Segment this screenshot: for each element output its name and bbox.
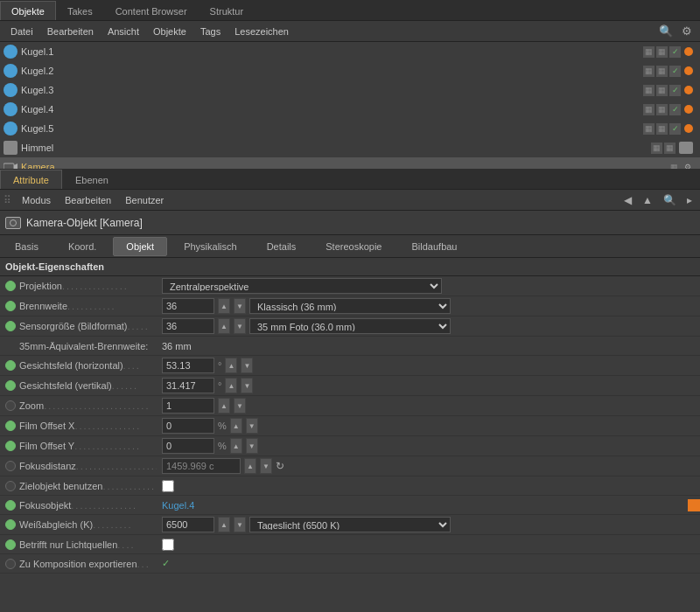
attr-menu-benutzer[interactable]: Benutzer bbox=[118, 193, 171, 207]
menu-objekte[interactable]: Objekte bbox=[146, 24, 193, 38]
spin-up[interactable]: ▲ bbox=[244, 458, 256, 474]
sensor-select[interactable]: 35 mm Foto (36.0 mm) bbox=[249, 318, 451, 334]
menu-lesezeichen[interactable]: Lesezeichen bbox=[228, 24, 296, 38]
attr-menu-modus[interactable]: Modus bbox=[15, 193, 58, 207]
tab-physikalisch[interactable]: Physikalisch bbox=[171, 237, 250, 256]
search-icon[interactable]: 🔍 bbox=[654, 23, 677, 39]
spin-down[interactable]: ▼ bbox=[246, 418, 258, 434]
tab-objekt[interactable]: Objekt bbox=[113, 237, 167, 256]
ind-dot bbox=[684, 47, 693, 56]
refresh-icon[interactable]: ↻ bbox=[276, 460, 284, 472]
list-item[interactable]: Himmel ▦ ▦ bbox=[0, 138, 700, 157]
indicators: ▦ ▦ ✓ bbox=[643, 46, 693, 58]
ind-render: ▦ bbox=[656, 123, 668, 135]
gf-h-input[interactable] bbox=[162, 358, 214, 373]
zoom-input[interactable] bbox=[162, 398, 214, 414]
search-attr-icon[interactable]: 🔍 bbox=[659, 192, 681, 208]
spin-down[interactable]: ▼ bbox=[234, 398, 246, 414]
spin-up[interactable]: ▲ bbox=[230, 438, 242, 454]
top-tab-bar: Objekte Takes Content Browser Struktur bbox=[0, 0, 700, 21]
spin-up[interactable]: ▲ bbox=[225, 358, 237, 373]
tab-basis[interactable]: Basis bbox=[2, 237, 52, 256]
fokusdistanz-input[interactable] bbox=[162, 458, 241, 474]
menu-datei[interactable]: Datei bbox=[4, 24, 40, 38]
menu-tags[interactable]: Tags bbox=[193, 24, 228, 38]
ind-texture bbox=[679, 142, 693, 154]
spin-down[interactable]: ▼ bbox=[246, 438, 258, 454]
gf-v-input[interactable] bbox=[162, 378, 214, 393]
menu-ansicht[interactable]: Ansicht bbox=[101, 24, 146, 38]
film-x-input[interactable] bbox=[162, 418, 214, 434]
indicators: ▦ ▦ ✓ bbox=[643, 85, 693, 96]
brennweite-select[interactable]: Klassisch (36 mm) bbox=[249, 298, 451, 314]
arrow-left-icon[interactable]: ◀ bbox=[620, 192, 636, 208]
tab-struktur[interactable]: Struktur bbox=[199, 1, 256, 20]
tab-stereoskopie[interactable]: Stereoskopie bbox=[312, 237, 395, 256]
list-item[interactable]: Kugel.5 ▦ ▦ ✓ bbox=[0, 119, 700, 138]
menu-bearbeiten[interactable]: Bearbeiten bbox=[40, 24, 101, 38]
ind-dot bbox=[684, 66, 693, 75]
zielobjekt-checkbox[interactable] bbox=[162, 480, 174, 492]
spin-up[interactable]: ▲ bbox=[218, 517, 230, 532]
spin-up[interactable]: ▲ bbox=[218, 318, 230, 334]
list-item[interactable]: Kugel.4 ▦ ▦ ✓ bbox=[0, 100, 700, 119]
sphere-icon bbox=[4, 102, 18, 116]
list-item[interactable]: Kugel.3 ▦ ▦ ✓ bbox=[0, 80, 700, 100]
list-item[interactable]: Kugel.2 ▦ ▦ ✓ bbox=[0, 61, 700, 80]
camera-object-icon bbox=[5, 217, 21, 229]
tab-bildaufbau[interactable]: Bildaufbau bbox=[399, 237, 471, 256]
more-icon[interactable]: ▸ bbox=[682, 192, 696, 208]
brennweite-input[interactable] bbox=[162, 298, 214, 314]
menu-right: 🔍 ⚙ bbox=[654, 23, 696, 39]
spin-down[interactable]: ▼ bbox=[241, 378, 253, 393]
menu-bar: Datei Bearbeiten Ansicht Objekte Tags Le… bbox=[0, 21, 700, 42]
fokusobjekt-link-btn[interactable] bbox=[688, 499, 700, 511]
list-item[interactable]: Kugel.1 ▦ ▦ ✓ bbox=[0, 42, 700, 61]
sensor-input[interactable] bbox=[162, 318, 214, 334]
spin-up[interactable]: ▲ bbox=[225, 378, 237, 393]
spin-down[interactable]: ▼ bbox=[241, 358, 253, 373]
spin-down[interactable]: ▼ bbox=[234, 318, 246, 334]
sphere-icon bbox=[4, 64, 18, 78]
spin-up[interactable]: ▲ bbox=[218, 298, 230, 314]
attr-menu-bearbeiten[interactable]: Bearbeiten bbox=[58, 193, 118, 207]
spin-down[interactable]: ▼ bbox=[260, 458, 272, 474]
spin-up[interactable]: ▲ bbox=[230, 418, 242, 434]
camera-title: Kamera-Objekt [Kamera] bbox=[26, 217, 143, 229]
prop-gesichtsfeld-v: Gesichtsfeld (vertikal) ...... ° ▲ ▼ bbox=[0, 376, 700, 396]
tab-attribute[interactable]: Attribute bbox=[0, 170, 62, 189]
betrifft-licht-checkbox[interactable] bbox=[162, 539, 174, 551]
spin-down[interactable]: ▼ bbox=[234, 517, 246, 532]
prop-betrifft-licht: Betrifft nur Lichtquellen .... bbox=[0, 535, 700, 554]
tab-ebenen[interactable]: Ebenen bbox=[62, 170, 122, 189]
indicators: ▦ ▦ ✓ bbox=[643, 104, 693, 115]
weissabgleich-input[interactable] bbox=[162, 517, 214, 532]
weissabgleich-select[interactable]: Tageslicht (6500 K) bbox=[249, 517, 451, 532]
ind-render: ▦ bbox=[656, 66, 668, 77]
object-list: Kugel.1 ▦ ▦ ✓ Kugel.2 ▦ ▦ ✓ Kugel.3 bbox=[0, 42, 700, 169]
tab-content-browser[interactable]: Content Browser bbox=[104, 1, 199, 20]
tab-details[interactable]: Details bbox=[254, 237, 310, 256]
tab-objekte[interactable]: Objekte bbox=[0, 1, 56, 20]
tab-takes[interactable]: Takes bbox=[56, 1, 104, 20]
indicators: ▦ ▦ bbox=[651, 142, 693, 154]
prop-fokusdistanz: Fokusdistanz .................... ▲ ▼ ↻ bbox=[0, 456, 700, 476]
ind-dot bbox=[684, 86, 693, 94]
prop-dot bbox=[5, 281, 16, 291]
properties-area: Projektion ............... Zentralperspe… bbox=[0, 276, 700, 612]
ind-dot bbox=[684, 105, 693, 114]
prop-table: Projektion ............... Zentralperspe… bbox=[0, 276, 700, 574]
tab-koord[interactable]: Koord. bbox=[55, 237, 109, 256]
prop-projektion: Projektion ............... Zentralperspe… bbox=[0, 276, 700, 296]
settings-icon[interactable]: ⚙ bbox=[677, 23, 696, 39]
list-item[interactable]: Kamera ▦ ⚙ bbox=[0, 157, 700, 169]
spin-down[interactable]: ▼ bbox=[234, 298, 246, 314]
film-y-input[interactable] bbox=[162, 438, 214, 454]
arrow-up-icon[interactable]: ▲ bbox=[638, 192, 657, 208]
projektion-select[interactable]: Zentralperspektive bbox=[162, 278, 442, 294]
camera-header: Kamera-Objekt [Kamera] bbox=[0, 211, 700, 235]
spin-up[interactable]: ▲ bbox=[218, 398, 230, 414]
prop-sensorgroesse: Sensorgröße (Bildformat) ..... ▲ ▼ 35 mm… bbox=[0, 316, 700, 337]
prop-dot bbox=[5, 301, 16, 311]
fokusobjekt-value[interactable]: Kugel.4 bbox=[162, 500, 194, 511]
